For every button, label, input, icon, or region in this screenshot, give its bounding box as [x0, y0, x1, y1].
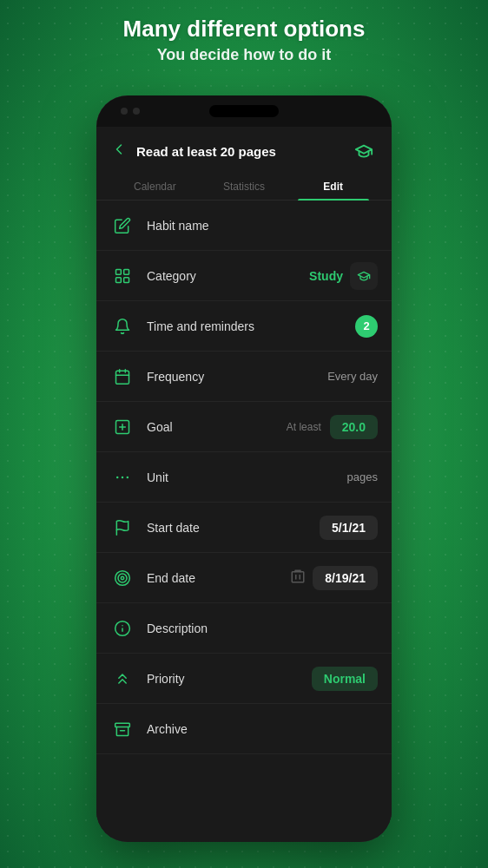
edit-icon: [110, 214, 135, 238]
setting-row-start-date[interactable]: Start date 5/1/21: [96, 503, 392, 553]
camera-dot-1: [121, 108, 128, 115]
end-date-value: 8/19/21: [313, 566, 378, 590]
calendar-icon: [110, 365, 135, 389]
priority-icon: [110, 667, 135, 691]
start-date-value: 5/1/21: [320, 516, 378, 540]
archive-icon: [110, 717, 135, 741]
category-value: Study: [309, 269, 343, 283]
goal-label: Goal: [147, 420, 287, 434]
setting-row-priority[interactable]: Priority Normal: [96, 654, 392, 704]
category-icon-box: [350, 262, 378, 290]
target-icon: [110, 566, 135, 590]
header-subtitle: You decide how to do it: [0, 46, 488, 64]
archive-label: Archive: [147, 722, 378, 736]
svg-rect-24: [115, 723, 130, 727]
priority-value: Normal: [312, 667, 378, 691]
flag-icon: [110, 516, 135, 540]
setting-row-end-date[interactable]: End date 8/19/21: [96, 553, 392, 603]
phone-notch: [209, 105, 279, 117]
page-title: Read at least 20 pages: [136, 144, 350, 159]
phone-screen: Read at least 20 pages Calendar Statisti…: [96, 127, 392, 842]
end-date-label: End date: [147, 571, 290, 585]
goal-icon: [110, 415, 135, 439]
category-label: Category: [147, 269, 309, 283]
setting-row-unit[interactable]: Unit pages: [96, 452, 392, 503]
description-label: Description: [147, 621, 378, 635]
trash-icon[interactable]: [290, 569, 306, 588]
header-title: Many different options: [0, 16, 488, 43]
camera-dot-2: [133, 108, 140, 115]
svg-point-12: [122, 476, 124, 478]
app-bar: Read at least 20 pages: [96, 127, 392, 172]
time-reminders-label: Time and reminders: [147, 319, 355, 333]
setting-row-description[interactable]: Description: [96, 603, 392, 654]
phone-topbar: [96, 95, 392, 127]
priority-label: Priority: [147, 672, 312, 686]
goal-sublabel: At least: [287, 421, 321, 433]
tab-statistics[interactable]: Statistics: [200, 172, 289, 200]
svg-point-17: [121, 576, 123, 579]
category-icon-button[interactable]: [350, 137, 378, 165]
setting-row-time-reminders[interactable]: Time and reminders 2: [96, 301, 392, 352]
tabs-bar: Calendar Statistics Edit: [96, 172, 392, 201]
habit-name-label: Habit name: [147, 219, 378, 233]
unit-label: Unit: [147, 470, 347, 484]
frequency-label: Frequency: [147, 370, 327, 384]
setting-row-frequency[interactable]: Frequency Every day: [96, 352, 392, 402]
svg-point-11: [116, 476, 119, 478]
goal-value: 20.0: [330, 415, 378, 439]
svg-rect-2: [116, 277, 122, 282]
settings-list: Habit name Category Study: [96, 201, 392, 838]
bell-icon: [110, 314, 135, 339]
frequency-value: Every day: [327, 370, 378, 383]
svg-rect-1: [124, 269, 129, 274]
setting-row-goal[interactable]: Goal At least 20.0: [96, 402, 392, 452]
svg-point-15: [115, 570, 130, 585]
setting-row-habit-name[interactable]: Habit name: [96, 201, 392, 251]
category-icon: [110, 264, 135, 288]
svg-rect-3: [124, 277, 129, 282]
start-date-label: Start date: [147, 521, 320, 535]
unit-icon: [110, 465, 135, 490]
phone-frame: Read at least 20 pages Calendar Statisti…: [96, 95, 392, 842]
info-icon: [110, 616, 135, 641]
setting-row-category[interactable]: Category Study: [96, 251, 392, 301]
tab-edit[interactable]: Edit: [288, 172, 378, 200]
reminders-badge: 2: [355, 315, 378, 338]
setting-row-archive[interactable]: Archive: [96, 704, 392, 754]
svg-rect-0: [116, 269, 122, 274]
tab-calendar[interactable]: Calendar: [110, 172, 200, 200]
svg-point-13: [127, 476, 129, 478]
camera-dots: [121, 108, 140, 115]
header-area: Many different options You decide how to…: [0, 16, 488, 64]
svg-point-16: [118, 574, 127, 582]
svg-rect-4: [116, 371, 129, 384]
unit-value: pages: [347, 470, 378, 483]
back-button[interactable]: [110, 141, 128, 162]
svg-rect-18: [293, 571, 305, 582]
